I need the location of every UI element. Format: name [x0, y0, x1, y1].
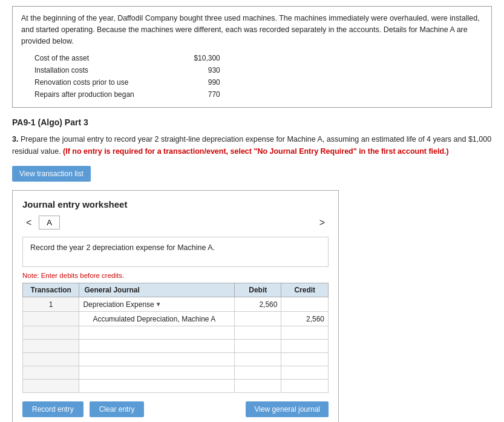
dropdown-cell[interactable]: Depreciation Expense▼	[83, 300, 231, 309]
cost-row: Cost of the asset$10,300	[34, 53, 220, 64]
journal-table: Transaction General Journal Debit Credit…	[22, 283, 329, 393]
dropdown-arrow-icon[interactable]: ▼	[155, 301, 162, 308]
table-row: 1Depreciation Expense▼2,560	[23, 297, 329, 312]
empty-row	[23, 380, 329, 393]
transaction-num-cell	[23, 326, 79, 340]
general-journal-cell	[79, 326, 235, 340]
cost-row: Repairs after production began770	[34, 89, 220, 100]
empty-row	[23, 353, 329, 366]
intro-box: At the beginning of the year, Daffodil C…	[12, 6, 492, 108]
general-journal-cell	[79, 340, 235, 353]
transaction-num-cell	[23, 340, 79, 353]
col-credit: Credit	[281, 283, 329, 297]
cost-label: Installation costs	[34, 65, 183, 76]
question-red: (If no entry is required for a transacti…	[63, 147, 449, 156]
cost-table: Cost of the asset$10,300Installation cos…	[33, 51, 221, 101]
tab-nav: < A >	[22, 216, 329, 229]
cost-value: $10,300	[184, 53, 220, 64]
credit-cell[interactable]	[281, 353, 329, 366]
question-number: 3.	[12, 135, 18, 143]
credit-cell[interactable]: 2,560	[281, 312, 329, 326]
debit-cell[interactable]	[234, 380, 281, 393]
col-transaction: Transaction	[23, 283, 79, 297]
cost-label: Renovation costs prior to use	[34, 77, 183, 88]
nav-left-arrow[interactable]: <	[22, 216, 35, 229]
empty-row	[23, 340, 329, 353]
worksheet-title: Journal entry worksheet	[22, 199, 329, 209]
transaction-num-cell	[23, 366, 79, 380]
transaction-num-cell	[23, 353, 79, 366]
credit-cell[interactable]	[281, 297, 329, 312]
general-journal-cell	[79, 353, 235, 366]
col-general-journal: General Journal	[79, 283, 235, 297]
bottom-buttons: Record entry Clear entry View general jo…	[22, 401, 329, 417]
col-debit: Debit	[234, 283, 281, 297]
cost-label: Repairs after production began	[34, 89, 183, 100]
general-journal-cell[interactable]: Accumulated Depreciation, Machine A	[79, 312, 235, 326]
debit-cell[interactable]	[234, 353, 281, 366]
clear-entry-button[interactable]: Clear entry	[90, 401, 145, 417]
transaction-num-cell	[23, 312, 79, 326]
cost-row: Renovation costs prior to use990	[34, 77, 220, 88]
debit-cell[interactable]	[234, 312, 281, 326]
general-journal-cell	[79, 366, 235, 380]
debit-cell[interactable]	[234, 366, 281, 380]
part-header: PA9-1 (Algo) Part 3	[12, 117, 492, 127]
record-entry-button[interactable]: Record entry	[22, 401, 83, 417]
empty-row	[23, 366, 329, 380]
record-description-box: Record the year 2 depreciation expense f…	[22, 237, 329, 267]
empty-row	[23, 326, 329, 340]
view-transaction-button[interactable]: View transaction list	[12, 166, 91, 182]
credit-cell[interactable]	[281, 326, 329, 340]
question-text: 3. Prepare the journal entry to record y…	[12, 133, 492, 157]
cost-label: Cost of the asset	[34, 53, 183, 64]
cost-value: 930	[184, 65, 220, 76]
credit-cell[interactable]	[281, 340, 329, 353]
debit-cell[interactable]	[234, 326, 281, 340]
nav-right-arrow[interactable]: >	[316, 216, 329, 229]
credit-cell[interactable]	[281, 380, 329, 393]
note-text: Note: Enter debits before credits.	[22, 272, 329, 279]
general-journal-cell	[79, 380, 235, 393]
general-journal-cell[interactable]: Depreciation Expense▼	[79, 297, 235, 312]
table-row: Accumulated Depreciation, Machine A2,560	[23, 312, 329, 326]
worksheet-container: Journal entry worksheet < A > Record the…	[12, 190, 339, 422]
journal-entry-text: Depreciation Expense	[83, 300, 154, 309]
intro-text: At the beginning of the year, Daffodil C…	[21, 13, 483, 47]
credit-cell[interactable]	[281, 366, 329, 380]
tab-a[interactable]: A	[39, 216, 60, 229]
transaction-num-cell: 1	[23, 297, 79, 312]
table-header-row: Transaction General Journal Debit Credit	[23, 283, 329, 297]
cost-value: 990	[184, 77, 220, 88]
transaction-num-cell	[23, 380, 79, 393]
cost-row: Installation costs930	[34, 65, 220, 76]
record-description: Record the year 2 depreciation expense f…	[30, 243, 215, 252]
debit-cell[interactable]: 2,560	[234, 297, 281, 312]
view-general-journal-button[interactable]: View general journal	[246, 401, 329, 417]
debit-cell[interactable]	[234, 340, 281, 353]
cost-value: 770	[184, 89, 220, 100]
